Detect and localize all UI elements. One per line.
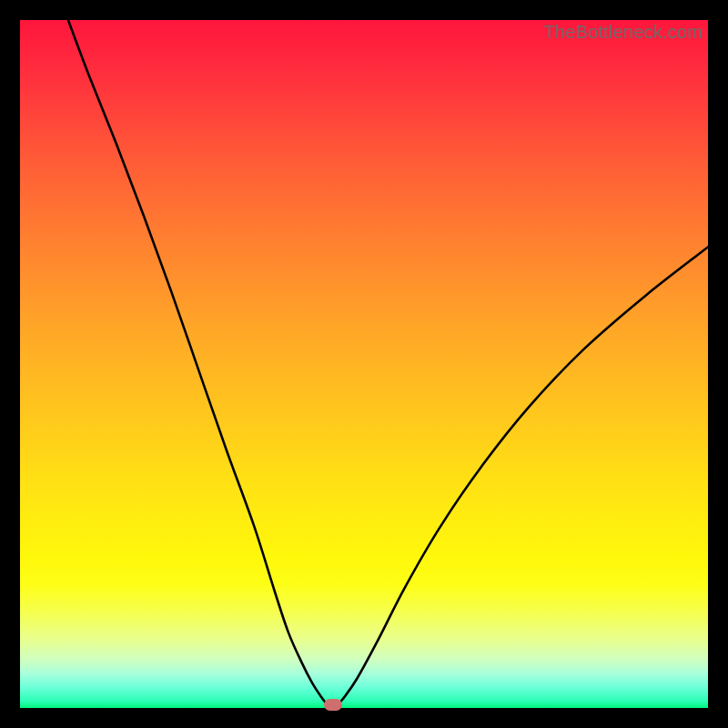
bottleneck-curve bbox=[20, 20, 708, 708]
chart-frame: TheBottleneck.com bbox=[0, 0, 728, 728]
optimum-marker bbox=[324, 699, 342, 711]
plot-area: TheBottleneck.com bbox=[20, 20, 708, 708]
